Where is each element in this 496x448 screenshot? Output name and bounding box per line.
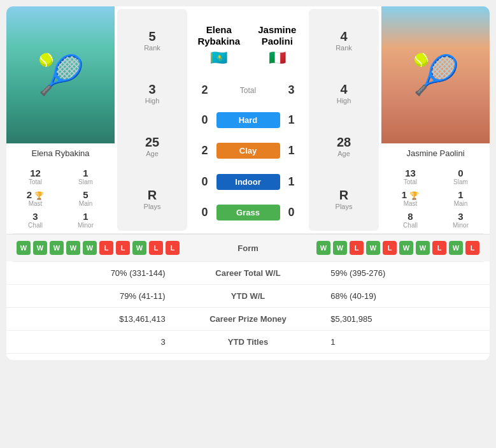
elena-plays-val: R	[144, 188, 161, 203]
form-badge-l: L	[166, 241, 180, 255]
jasmine-age-val: 28	[337, 135, 351, 150]
elena-rank-val: 5	[144, 29, 160, 44]
elena-main-val: 5	[60, 189, 111, 200]
indoor-right-score: 1	[285, 175, 298, 189]
form-badge-w: W	[17, 241, 31, 255]
stats-row: 79% (41-11) YTD W/L 68% (40-19)	[6, 285, 490, 308]
jasmine-main-val: 1	[436, 189, 486, 200]
jasmine-total-val: 13	[385, 168, 436, 178]
elena-age-lbl: Age	[145, 150, 159, 157]
jasmine-plays-val: R	[336, 188, 353, 203]
elena-minor-lbl: Minor	[60, 222, 111, 229]
stats-left-val: 3	[6, 331, 176, 354]
stats-right-val: 1	[320, 331, 490, 354]
clay-left-score: 2	[199, 144, 211, 157]
elena-main-stat: 5 Main	[60, 187, 111, 209]
jasmine-minor-stat: 3 Minor	[436, 209, 486, 231]
form-badge-w: W	[416, 241, 430, 255]
indoor-left-score: 0	[199, 175, 211, 189]
hard-right-score: 1	[285, 113, 298, 127]
form-label: Form	[237, 243, 259, 253]
elena-high-lbl: High	[145, 97, 160, 105]
jasmine-mast-val: 1 🏆	[385, 189, 436, 200]
jasmine-mast-stat: 1 🏆 Mast	[385, 187, 436, 209]
grass-score-row: 0 Grass 0	[190, 205, 306, 220]
stats-row: 3 YTD Titles 1	[6, 331, 490, 354]
right-stats-panel: 4 Rank 4 High 28 Age R Plays	[309, 9, 379, 231]
jasmine-chall-lbl: Chall	[385, 222, 436, 229]
stats-right-val: 59% (395-276)	[320, 262, 490, 285]
clay-score-row: 2 Clay 1	[190, 143, 306, 159]
elena-plays-lbl: Plays	[144, 203, 161, 210]
jasmine-header-name2: Paolini	[248, 36, 307, 47]
elena-total-stat: 12 Total	[10, 166, 60, 187]
jasmine-main-stat: 1 Main	[436, 187, 486, 209]
jasmine-minor-lbl: Minor	[436, 222, 486, 229]
stats-label: Career Total W/L	[176, 262, 321, 285]
left-player-col: 🎾 Elena Rybakina 12 Total 1 Slam 2 🏆 Mas…	[6, 6, 115, 233]
elena-photo: 🎾	[6, 6, 115, 143]
elena-mast-lbl: Mast	[10, 200, 60, 207]
total-score-row: 2 Total 3	[190, 83, 306, 97]
form-badge-w: W	[132, 241, 146, 255]
right-name-header: Jasmine Paolini 🇮🇹	[248, 24, 307, 66]
elena-chall-stat: 3 Chall	[10, 209, 60, 231]
elena-header-name1: Elena	[190, 24, 248, 36]
stats-left-val: $13,461,413	[6, 308, 176, 331]
jasmine-age-lbl: Age	[337, 150, 351, 157]
hard-score-row: 0 Hard 1	[190, 112, 306, 128]
left-name-header: Elena Rybakina 🇰🇿	[190, 24, 248, 66]
form-badge-l: L	[149, 241, 163, 255]
jasmine-photo: 🎾	[381, 6, 490, 143]
grass-left-score: 0	[199, 206, 211, 219]
jasmine-slam-lbl: Slam	[436, 178, 486, 185]
top-section: 🎾 Elena Rybakina 12 Total 1 Slam 2 🏆 Mas…	[6, 6, 490, 233]
jasmine-slam-val: 0	[436, 168, 486, 178]
form-badge-l: L	[465, 241, 479, 255]
jasmine-rank-val: 4	[336, 29, 352, 44]
trophy-icon-elena: 🏆	[34, 191, 44, 200]
main-card: 🎾 Elena Rybakina 12 Total 1 Slam 2 🏆 Mas…	[6, 6, 490, 360]
form-section: WWWWWLLWLL Form WWLWLWWLWL	[6, 234, 490, 261]
total-label: Total	[216, 86, 280, 95]
jasmine-total-lbl: Total	[385, 178, 436, 185]
left-stats-panel: 5 Rank 3 High 25 Age R Plays	[117, 9, 187, 231]
left-form-badges: WWWWWLLWLL	[17, 241, 180, 255]
right-form-badges: WWLWLWWLWL	[316, 241, 479, 255]
form-badge-l: L	[383, 241, 397, 255]
elena-plays-panel: R Plays	[144, 184, 161, 214]
elena-minor-stat: 1 Minor	[60, 209, 111, 231]
hard-surface-btn: Hard	[216, 112, 280, 128]
clay-right-score: 1	[285, 144, 298, 157]
form-badge-w: W	[333, 241, 347, 255]
stats-left-val: 70% (331-144)	[6, 262, 176, 285]
stats-table: 70% (331-144) Career Total W/L 59% (395-…	[6, 262, 490, 354]
right-player-col: 🎾 Jasmine Paolini 13 Total 0 Slam 1 🏆 Ma…	[381, 6, 490, 233]
form-badge-w: W	[449, 241, 463, 255]
elena-total-lbl: Total	[10, 178, 60, 185]
stats-row: 70% (331-144) Career Total W/L 59% (395-…	[6, 262, 490, 285]
form-badge-l: L	[116, 241, 130, 255]
jasmine-high-lbl: High	[337, 97, 351, 105]
elena-chall-val: 3	[10, 211, 60, 222]
elena-high-val: 3	[145, 82, 160, 97]
indoor-surface-btn: Indoor	[216, 174, 280, 190]
elena-slam-val: 1	[60, 168, 111, 178]
clay-surface-btn: Clay	[216, 143, 280, 159]
right-total-score: 3	[285, 83, 298, 97]
stats-label: YTD Titles	[176, 331, 321, 354]
jasmine-rank-lbl: Rank	[336, 44, 352, 52]
elena-bottom-stats: 12 Total 1 Slam 2 🏆 Mast 5 Main	[6, 163, 115, 233]
elena-mast-stat: 2 🏆 Mast	[10, 187, 60, 209]
form-badge-w: W	[366, 241, 380, 255]
left-total-score: 2	[199, 83, 211, 97]
stats-row: $13,461,413 Career Prize Money $5,301,98…	[6, 308, 490, 331]
grass-surface-btn: Grass	[216, 205, 280, 220]
form-badge-w: W	[66, 241, 80, 255]
elena-mast-val: 2 🏆	[10, 189, 60, 200]
stats-right-val: 68% (40-19)	[320, 285, 490, 308]
jasmine-chall-stat: 8 Chall	[385, 209, 436, 231]
elena-age-panel: 25 Age	[145, 131, 159, 161]
form-badge-l: L	[432, 241, 446, 255]
elena-rank-panel: 5 Rank	[144, 25, 160, 55]
